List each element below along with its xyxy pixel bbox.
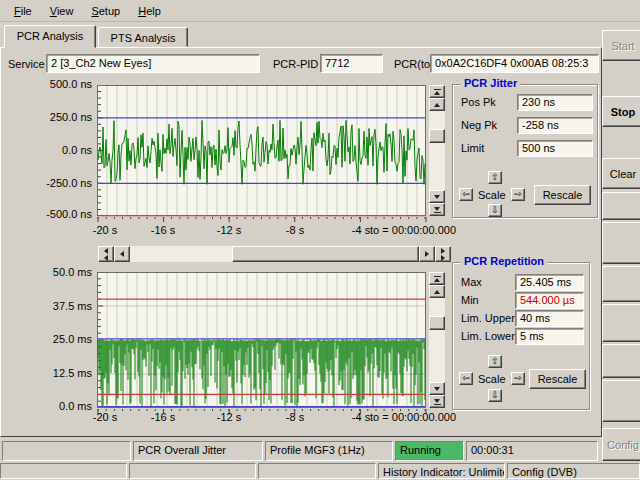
rep-ytick-125: 12.5 ms: [12, 367, 92, 379]
repetition-chart-plot: [97, 272, 427, 417]
scroll-far-right-button[interactable]: [435, 246, 451, 262]
jitter-scroll-up-button[interactable]: [429, 98, 445, 111]
jitter-scroll-down-button[interactable]: [429, 190, 445, 203]
pcr-jitter-panel: PCR Jitter Pos Pk 230 ns Neg Pk -258 ns …: [452, 84, 598, 218]
jitter-rescale-button[interactable]: Rescale: [534, 185, 591, 205]
rep-scale-label: Scale: [478, 373, 506, 385]
jitter-scale-up-button[interactable]: ⇧: [488, 171, 502, 184]
down-arrow-icon: ⇩: [491, 390, 499, 400]
pcr-pid-field[interactable]: 7712: [320, 54, 383, 73]
jitter-scroll-bottom-button[interactable]: [429, 203, 445, 216]
side-blank-button-1[interactable]: [602, 192, 640, 220]
pcr-repetition-panel-title: PCR Repetition: [461, 255, 547, 267]
menu-help[interactable]: Help: [130, 3, 169, 19]
status-profile: Profile MGF3 (1Hz): [265, 441, 393, 461]
side-blank-button-6[interactable]: [602, 380, 640, 422]
neg-pk-value: -258 ns: [517, 117, 593, 134]
rep-max-label: Max: [461, 276, 482, 288]
status-panel-empty-1: [2, 441, 131, 461]
status2-empty-1: [0, 463, 127, 479]
time-scroll-thumb[interactable]: [232, 246, 419, 262]
rep-xaxis-end-label: to = 00:00:00.000: [366, 411, 456, 423]
jitter-ytick-0: 0.0 ns: [12, 144, 92, 156]
pos-pk-label: Pos Pk: [461, 96, 496, 108]
left-arrow-icon: ⇦: [462, 373, 470, 383]
menu-file[interactable]: File: [6, 3, 40, 19]
rep-xtick-16: -16 s: [137, 411, 189, 423]
rep-scale-up-button[interactable]: ⇧: [488, 355, 502, 368]
jitter-ytick-n500: -500.0 ns: [12, 208, 92, 220]
status-config-standard: Config (DVB): [507, 463, 640, 479]
pcr-jitter-panel-title: PCR Jitter: [461, 77, 520, 89]
side-blank-button-2[interactable]: [602, 222, 640, 264]
up-arrow-icon: ⇧: [491, 356, 499, 366]
rep-scale-down-button[interactable]: ⇩: [488, 389, 502, 402]
scroll-left-button[interactable]: [114, 246, 130, 262]
pcr-repetition-panel: PCR Repetition Max 25.405 ms Min 544.000…: [452, 262, 590, 410]
status2-empty-3: [258, 463, 376, 479]
jitter-vertical-scrollbar[interactable]: [429, 85, 445, 216]
menu-bar: File View Setup Help: [0, 0, 640, 22]
rep-rescale-button[interactable]: Rescale: [529, 369, 586, 389]
jitter-scale-right-button[interactable]: ⇨: [511, 188, 525, 201]
config-button[interactable]: Config: [602, 428, 640, 461]
left-arrow-icon: ⇦: [462, 189, 470, 199]
rep-scroll-thumb[interactable]: [429, 316, 445, 330]
jitter-scale-label: Scale: [478, 189, 506, 201]
jitter-scroll-thumb[interactable]: [429, 129, 445, 143]
rep-scale-right-button[interactable]: ⇨: [511, 372, 525, 385]
jitter-scroll-top-button[interactable]: [429, 85, 445, 98]
rep-ytick-25: 25.0 ms: [12, 333, 92, 345]
pcr-analyzer-window: File View Setup Help PCR Analysis PTS An…: [0, 0, 640, 480]
status-measurement-mode: PCR Overall Jitter: [133, 441, 263, 461]
service-field[interactable]: 2 [3_Ch2 New Eyes]: [46, 54, 260, 73]
service-label: Service: [8, 58, 45, 70]
tab-pts-analysis[interactable]: PTS Analysis: [98, 27, 188, 47]
pos-pk-value: 230 ns: [517, 94, 593, 111]
stop-button[interactable]: Stop: [602, 96, 640, 127]
jitter-limit-value: 500 ns: [517, 140, 593, 157]
tab-pcr-analysis[interactable]: PCR Analysis: [4, 25, 96, 48]
rep-ytick-50: 50.0 ms: [12, 266, 92, 278]
jitter-xtick-16: -16 s: [137, 224, 189, 236]
start-button[interactable]: Start: [602, 30, 640, 61]
rep-scroll-up-button[interactable]: [429, 285, 445, 298]
jitter-ytick-n250: -250.0 ns: [12, 177, 92, 189]
lim-upper-value: 40 ms: [515, 310, 584, 327]
rep-scroll-bottom-button[interactable]: [429, 395, 445, 408]
clear-button[interactable]: Clear: [602, 158, 640, 189]
jitter-xtick-20: -20 s: [79, 224, 131, 236]
pcr-to-field: 0x0A2C16DF4 0x00AB 08:25:3: [430, 54, 599, 73]
jitter-xtick-8: -8 s: [269, 224, 321, 236]
status2-empty-2: [129, 463, 256, 479]
scroll-right-button[interactable]: [419, 246, 435, 262]
rep-xtick-12: -12 s: [203, 411, 255, 423]
rep-scroll-top-button[interactable]: [429, 272, 445, 285]
rep-scale-left-button[interactable]: ⇦: [459, 372, 473, 385]
jitter-scale-down-button[interactable]: ⇩: [488, 204, 502, 217]
scroll-far-left-button[interactable]: [98, 246, 114, 262]
pcr-pid-label: PCR-PID: [273, 58, 318, 70]
rep-max-value: 25.405 ms: [515, 274, 584, 291]
repetition-vertical-scrollbar[interactable]: [429, 272, 445, 408]
rep-ytick-375: 37.5 ms: [12, 300, 92, 312]
jitter-chart-plot: [97, 85, 427, 225]
jitter-xaxis-end-label: to = 00:00:00.000: [366, 224, 456, 236]
pcr-to-label: PCR(to): [394, 58, 434, 70]
neg-pk-label: Neg Pk: [461, 119, 497, 131]
up-arrow-icon: ⇧: [491, 172, 499, 182]
side-blank-button-5[interactable]: [602, 344, 640, 378]
jitter-limit-label: Limit: [461, 142, 484, 154]
side-blank-button-4[interactable]: [602, 304, 640, 342]
status-elapsed-time: 00:00:31: [466, 441, 598, 461]
jitter-scale-left-button[interactable]: ⇦: [459, 188, 473, 201]
side-blank-button-3[interactable]: [602, 266, 640, 302]
status-history-indicator: History Indicator: Unlimited: [378, 463, 505, 479]
lim-lower-label: Lim. Lower: [461, 330, 515, 342]
time-horizontal-scrollbar[interactable]: [98, 246, 451, 262]
rep-scroll-down-button[interactable]: [429, 382, 445, 395]
jitter-ytick-500: 500.0 ns: [12, 78, 92, 90]
rep-min-label: Min: [461, 294, 479, 306]
menu-view[interactable]: View: [42, 3, 82, 19]
menu-setup[interactable]: Setup: [83, 3, 128, 19]
